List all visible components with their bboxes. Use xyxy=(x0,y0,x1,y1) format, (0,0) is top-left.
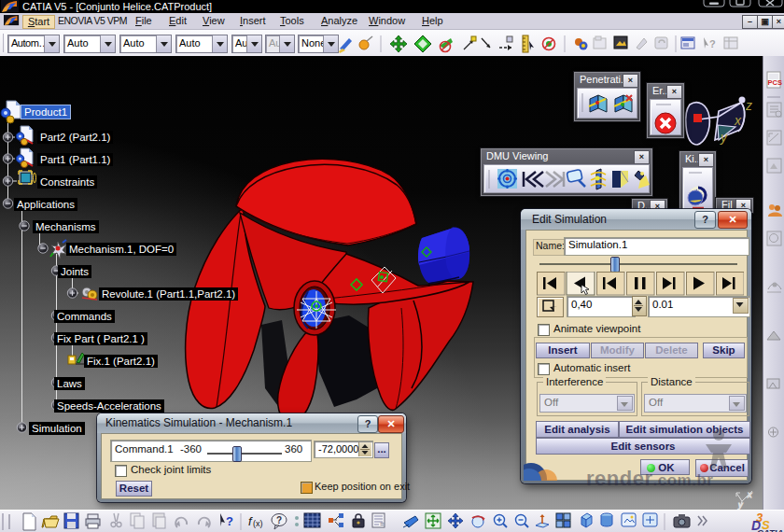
svg-text:?: ? xyxy=(226,514,233,528)
svg-text:y: y xyxy=(737,500,743,510)
svg-text:x: x xyxy=(734,113,742,128)
svg-text:=: = xyxy=(380,520,385,528)
svg-text:(x): (x) xyxy=(253,519,263,528)
svg-text:?: ? xyxy=(276,515,282,525)
svg-text:CATIA: CATIA xyxy=(757,527,783,532)
svg-text:y: y xyxy=(720,130,728,145)
svg-text:x: x xyxy=(747,490,752,499)
svg-text:?: ? xyxy=(709,38,716,49)
svg-text:z: z xyxy=(745,98,752,113)
svg-text:PCS: PCS xyxy=(768,78,782,87)
